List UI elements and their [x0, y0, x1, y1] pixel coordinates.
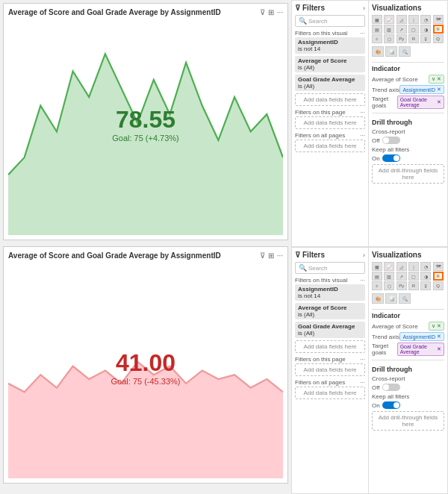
viz-search-icon-b[interactable]: 🔍 [399, 293, 411, 304]
filters-header-icons-bottom: › [363, 251, 365, 259]
viz-field-row-1-top: Average of Score ∨ ✕ [372, 75, 444, 84]
filters-title-bottom: ⊽ Filters [295, 251, 325, 259]
viz-icon-gauge-b[interactable]: ◑ [420, 272, 431, 281]
viz-field-row-3-top: Target goals Goal Grade Average ✕ [372, 96, 444, 109]
filter-icon[interactable]: ⊽ [260, 8, 265, 16]
add-data-btn-3-bottom[interactable]: Add data fields here [295, 387, 365, 399]
viz-icon-filter-icon[interactable]: ⊽ [420, 34, 431, 43]
keep-filters-toggle-top[interactable] [382, 154, 400, 162]
viz-icon-bar-b[interactable]: ▦ [372, 262, 382, 271]
viz-icon-filter-b[interactable]: ⊽ [420, 281, 431, 290]
viz-icon-custom3[interactable]: R [408, 34, 419, 43]
keep-filters-toggle-bottom[interactable] [382, 401, 400, 409]
expand-icon-b[interactable]: ⊞ [268, 251, 274, 260]
viz-icon-gauge[interactable]: ◑ [420, 25, 431, 34]
viz-icon-scatter-b[interactable]: ⋮ [408, 262, 419, 271]
viz-icon-map[interactable]: 🗺 [433, 15, 444, 24]
viz-icon-indicator[interactable]: R [433, 25, 444, 34]
chart-bottom-goal: Goal: 75 (-45.33%) [111, 376, 181, 385]
viz-icon-funnel[interactable]: ⌽ [372, 34, 382, 43]
filters-search-top[interactable]: 🔍 Search [295, 15, 365, 27]
filters-header-top: ⊽ Filters › [295, 4, 365, 12]
viz-analytics-icon[interactable]: 📊 [385, 46, 397, 57]
filter-2-value-bottom: is (All) [298, 311, 362, 318]
viz-icon-qa[interactable]: Q [433, 34, 444, 43]
viz-format-icon-b[interactable]: 🎨 [372, 293, 384, 304]
chart-bottom-title: Average of Score and Goal Grade Average … [8, 251, 221, 260]
add-data-btn-3-top[interactable]: Add data fields here [295, 140, 365, 152]
viz-icon-indicator-b[interactable]: R [433, 272, 444, 281]
field2-value-top[interactable]: AssignmentID ✕ [399, 85, 444, 94]
keep-filters-label-bottom: Keep all filters [372, 393, 409, 400]
viz-icon-pie[interactable]: ◔ [420, 15, 431, 24]
viz-icon-qa-b[interactable]: Q [433, 281, 444, 290]
add-data-btn-1-top[interactable]: Add data fields here [295, 93, 365, 106]
viz-icon-custom2[interactable]: Py [396, 34, 407, 43]
viz-icon-card-b[interactable]: ▢ [408, 272, 419, 281]
field1-value-top[interactable]: ∨ ✕ [429, 75, 444, 84]
field2-value-bottom[interactable]: AssignmentID ✕ [399, 332, 444, 341]
viz-field-row-3-bottom: Target goals Goal Grade Average ✕ [372, 343, 444, 356]
filter-item-1-top[interactable]: AssignmentID is not 14 [295, 37, 365, 54]
viz-icon-kpi[interactable]: ↗ [396, 25, 407, 34]
viz-icon-custom1[interactable]: ⬡ [384, 34, 394, 43]
viz-icon-line[interactable]: 📈 [384, 15, 394, 24]
viz-icon-bar[interactable]: ▦ [372, 15, 382, 24]
viz-field-row-1-bottom: Average of Score ∨ ✕ [372, 322, 444, 331]
viz-icon-custom2-b[interactable]: Py [396, 281, 407, 290]
viz-icon-custom1-b[interactable]: ⬡ [384, 281, 394, 290]
drill-section-top: Drill through Cross-report Off Keep all … [372, 119, 444, 184]
more-icon-b[interactable]: ··· [277, 251, 283, 260]
toggle-row-cross-bottom: Off [372, 384, 444, 391]
add-data-btn-2-bottom[interactable]: Add data fields here [295, 363, 365, 376]
viz-icon-map-b[interactable]: 🗺 [433, 262, 444, 271]
toggle-knob-cross-top [383, 137, 389, 143]
viz-icon-scatter[interactable]: ⋮ [408, 15, 419, 24]
filters-header-icons-top: › [363, 4, 365, 12]
viz-divider-bottom [372, 309, 444, 310]
expand-icon[interactable]: ⊞ [268, 8, 274, 16]
filter-2-value-top: is (All) [298, 64, 362, 71]
viz-search-icon[interactable]: 🔍 [399, 46, 411, 57]
filter-3-name-bottom: Goal Grade Average [298, 323, 362, 330]
cross-report-toggle-bottom[interactable] [382, 384, 400, 391]
field2-label-bottom: Trend axis [372, 334, 399, 340]
viz-icon-funnel-b[interactable]: ⌽ [372, 281, 382, 290]
field1-value-bottom[interactable]: ∨ ✕ [429, 322, 444, 331]
filters-search-bottom[interactable]: 🔍 Search [295, 262, 365, 274]
filter-item-2-top[interactable]: Average of Score is (All) [295, 56, 365, 72]
viz-format-icon[interactable]: 🎨 [372, 46, 384, 57]
viz-icon-pie-b[interactable]: ◔ [420, 262, 431, 271]
viz-icon-custom3-b[interactable]: R [408, 281, 419, 290]
cross-report-toggle-top[interactable] [382, 137, 400, 144]
more-icon[interactable]: ··· [277, 8, 283, 16]
filters-on-page-label-top: Filters on this page ··· [295, 109, 365, 116]
viz-icon-area-b[interactable]: ◿ [396, 262, 407, 271]
field3-value-bottom[interactable]: Goal Grade Average ✕ [397, 343, 444, 356]
filter-3-name-top: Goal Grade Average [298, 76, 362, 83]
field3-value-top[interactable]: Goal Grade Average ✕ [397, 96, 444, 109]
viz-icon-kpi-b[interactable]: ↗ [396, 272, 407, 281]
add-drill-btn-bottom[interactable]: Add drill-through fields here [372, 411, 444, 431]
viz-icon-area[interactable]: ◿ [396, 15, 407, 24]
expand-filters-icon[interactable]: › [363, 4, 365, 12]
viz-icon-table-b[interactable]: ▤ [372, 272, 382, 281]
viz-icon-line-b[interactable]: 📈 [384, 262, 394, 271]
viz-icon-table[interactable]: ▤ [372, 25, 382, 34]
viz-icon-matrix[interactable]: ▥ [384, 25, 394, 34]
filter-item-3-bottom[interactable]: Goal Grade Average is (All) [295, 322, 365, 338]
add-data-btn-2-top[interactable]: Add data fields here [295, 116, 365, 129]
filter-item-2-bottom[interactable]: Average of Score is (All) [295, 303, 365, 319]
expand-filters-icon-b[interactable]: › [363, 251, 365, 259]
filter-item-3-top[interactable]: Goal Grade Average is (All) [295, 75, 365, 91]
add-drill-btn-top[interactable]: Add drill-through fields here [372, 164, 444, 184]
viz-analytics-icon-b[interactable]: 📊 [385, 293, 397, 304]
viz-icon-matrix-b[interactable]: ▥ [384, 272, 394, 281]
filter-2-name-bottom: Average of Score [298, 304, 362, 311]
filter-icon-b[interactable]: ⊽ [260, 251, 265, 260]
filters-panel-bottom: ⊽ Filters › 🔍 Search Filters on this vis… [291, 247, 369, 494]
filter-item-1-bottom[interactable]: AssignmentID is not 14 [295, 284, 365, 301]
filter-2-name-top: Average of Score [298, 57, 362, 64]
viz-icon-card[interactable]: ▢ [408, 25, 419, 34]
add-data-btn-1-bottom[interactable]: Add data fields here [295, 340, 365, 353]
